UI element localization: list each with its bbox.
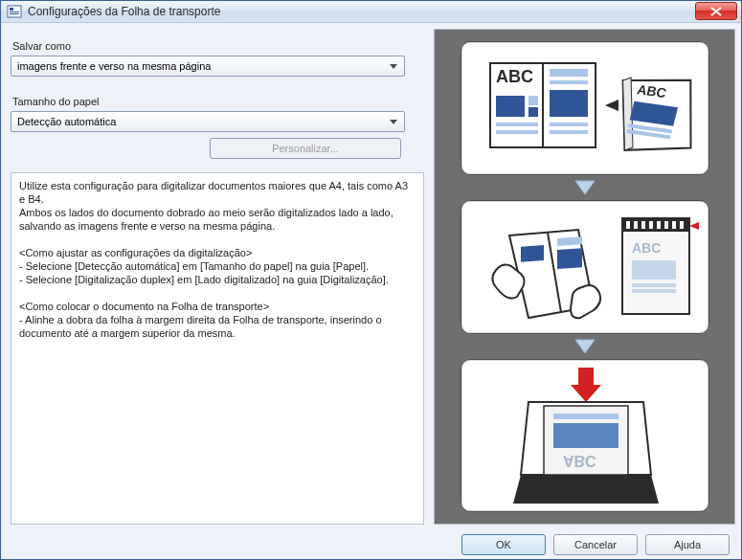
close-icon: [710, 7, 722, 16]
svg-marker-58: [641, 475, 659, 504]
customize-button: Personalizar...: [210, 138, 401, 159]
help-label: Ajuda: [674, 539, 701, 550]
svg-rect-42: [632, 289, 676, 293]
svg-rect-16: [496, 123, 538, 126]
svg-rect-55: [553, 423, 618, 448]
svg-text:ABC: ABC: [632, 240, 661, 256]
svg-marker-50: [571, 385, 601, 402]
svg-rect-54: [553, 414, 618, 419]
svg-rect-13: [528, 96, 538, 105]
titlebar: Configurações da Folha de transporte: [1, 1, 741, 23]
cancel-button[interactable]: Cancelar: [553, 534, 638, 555]
svg-text:ABC: ABC: [563, 453, 596, 469]
svg-rect-17: [496, 130, 538, 134]
svg-rect-30: [626, 221, 630, 229]
svg-rect-1: [10, 8, 13, 11]
window-title: Configurações da Folha de transporte: [28, 5, 695, 18]
arrow-down-icon: [573, 338, 596, 355]
arrow-down-icon: [573, 179, 596, 196]
svg-marker-20: [605, 100, 618, 111]
app-icon: [7, 4, 22, 19]
svg-rect-40: [632, 260, 676, 280]
svg-rect-49: [578, 368, 594, 385]
svg-rect-41: [632, 283, 676, 287]
save-as-select[interactable]: imagens frente e verso na mesma página: [11, 56, 405, 77]
paper-size-label: Tamanho do papel: [12, 96, 424, 107]
save-as-label: Salvar como: [12, 40, 424, 52]
svg-rect-11: [550, 80, 588, 84]
svg-rect-35: [664, 221, 668, 229]
illustration-pane: ABC: [434, 29, 735, 525]
customize-label: Personalizar...: [272, 143, 339, 154]
save-as-value: imagens frente e verso na mesma página: [17, 60, 211, 72]
ok-button[interactable]: OK: [461, 534, 546, 555]
svg-marker-7: [390, 120, 397, 124]
content-area: Salvar como imagens frente e verso na me…: [1, 23, 741, 530]
svg-rect-19: [550, 130, 588, 134]
doc-text: ABC: [496, 67, 533, 86]
svg-marker-38: [689, 222, 699, 230]
svg-rect-37: [680, 221, 684, 229]
dialog-footer: OK Cancelar Ajuda: [1, 530, 741, 559]
chevron-down-icon: [387, 60, 400, 72]
illustration-scanner-feed: ABC: [461, 359, 709, 512]
illustration-insert-carrier: ABC: [461, 200, 709, 334]
svg-rect-45: [521, 245, 544, 262]
svg-rect-31: [634, 221, 638, 229]
cancel-label: Cancelar: [574, 539, 617, 550]
svg-rect-51: [521, 475, 651, 504]
close-button[interactable]: [695, 2, 737, 20]
paper-size-value: Detecção automática: [17, 116, 116, 127]
svg-rect-2: [10, 11, 19, 12]
left-pane: Salvar como imagens frente e verso na me…: [7, 29, 428, 525]
description-box: Utilize esta configuração para digitaliz…: [11, 172, 424, 525]
svg-rect-14: [528, 107, 538, 117]
paper-size-select[interactable]: Detecção automática: [11, 111, 405, 132]
svg-rect-29: [622, 218, 689, 232]
svg-marker-6: [390, 64, 397, 69]
svg-rect-47: [557, 248, 582, 269]
svg-rect-18: [550, 123, 588, 126]
svg-rect-33: [649, 221, 653, 229]
svg-rect-12: [496, 96, 525, 117]
svg-rect-36: [672, 221, 676, 229]
ok-label: OK: [496, 539, 511, 550]
illustration-open-and-fold: ABC: [461, 41, 709, 175]
chevron-down-icon: [387, 116, 400, 127]
svg-rect-32: [641, 221, 645, 229]
help-button[interactable]: Ajuda: [645, 534, 730, 555]
svg-rect-10: [550, 69, 588, 77]
svg-marker-27: [575, 181, 595, 194]
svg-rect-34: [657, 221, 661, 229]
dialog-window: Configurações da Folha de transporte Sal…: [0, 0, 742, 560]
svg-marker-48: [575, 340, 595, 353]
svg-rect-3: [10, 13, 19, 14]
form-area: Salvar como imagens frente e verso na me…: [7, 29, 428, 168]
svg-marker-57: [513, 475, 530, 504]
svg-rect-15: [550, 90, 588, 117]
